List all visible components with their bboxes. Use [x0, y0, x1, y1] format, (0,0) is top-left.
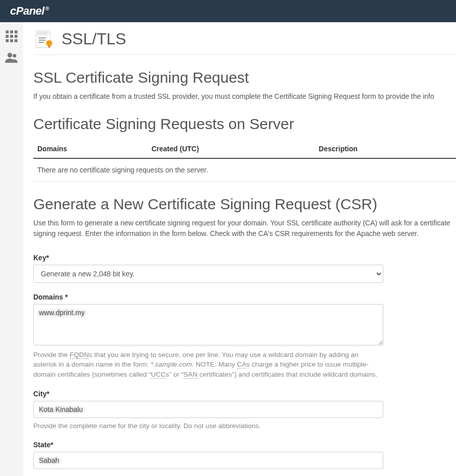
svg-rect-3	[6, 35, 9, 38]
csr-table: Domains Created (UTC) Description There …	[33, 140, 456, 182]
empty-message: There are no certificate signing request…	[33, 158, 456, 182]
field-state: State*	[33, 441, 383, 469]
city-label: City*	[33, 390, 383, 398]
brand-logo: cPanel®	[10, 5, 48, 18]
generate-desc: Use this form to generate a new certific…	[33, 218, 456, 239]
svg-rect-2	[15, 30, 18, 33]
key-select[interactable]: Generate a new 2,048 bit key.	[33, 265, 383, 283]
city-help: Provide the complete name for the city o…	[33, 421, 383, 431]
ssl-tls-icon	[33, 28, 54, 49]
field-key: Key* Generate a new 2,048 bit key.	[33, 254, 383, 283]
fqdn-abbr: FQDN	[70, 351, 89, 359]
field-city: City* Provide the complete name for the …	[33, 390, 383, 431]
svg-point-10	[13, 54, 16, 57]
svg-rect-7	[10, 39, 13, 42]
page-header: SSL/TLS	[33, 22, 456, 55]
page-title: SSL/TLS	[62, 30, 126, 48]
svg-rect-6	[6, 39, 9, 42]
domains-textarea[interactable]: www.dprint.my	[33, 304, 383, 345]
key-label: Key*	[33, 254, 383, 262]
generate-heading: Generate a New Certificate Signing Reque…	[33, 196, 456, 213]
main-content: SSL/TLS SSL Certificate Signing Request …	[23, 22, 456, 476]
svg-rect-0	[6, 30, 9, 33]
domains-help: Provide the FQDNs that you are trying to…	[33, 350, 383, 380]
csr-list-heading: Certificate Signing Requests on Server	[33, 115, 456, 133]
ca-abbr: CA	[237, 361, 247, 369]
section-title: SSL Certificate Signing Request	[33, 69, 456, 86]
svg-rect-1	[10, 30, 13, 33]
svg-point-15	[46, 40, 52, 46]
san-abbr: SAN	[184, 371, 198, 379]
svg-rect-4	[10, 35, 13, 38]
sidebar	[0, 22, 23, 476]
section-desc: If you obtain a certificate from a trust…	[33, 91, 456, 101]
col-domains: Domains	[33, 140, 147, 158]
state-input[interactable]	[33, 452, 383, 469]
table-row-empty: There are no certificate signing request…	[33, 158, 456, 182]
field-domains: Domains * www.dprint.my Provide the FQDN…	[33, 293, 383, 380]
apps-icon[interactable]	[5, 29, 19, 41]
topbar: cPanel®	[0, 0, 456, 22]
city-input[interactable]	[33, 401, 383, 418]
col-created: Created (UTC)	[147, 140, 315, 158]
svg-point-9	[8, 53, 12, 57]
col-description: Description	[315, 140, 456, 158]
svg-rect-8	[15, 39, 18, 42]
svg-rect-5	[15, 35, 18, 38]
domains-label: Domains *	[33, 293, 383, 301]
ucc-abbr: UCC	[151, 371, 165, 379]
state-label: State*	[33, 441, 383, 449]
users-icon[interactable]	[5, 50, 19, 63]
